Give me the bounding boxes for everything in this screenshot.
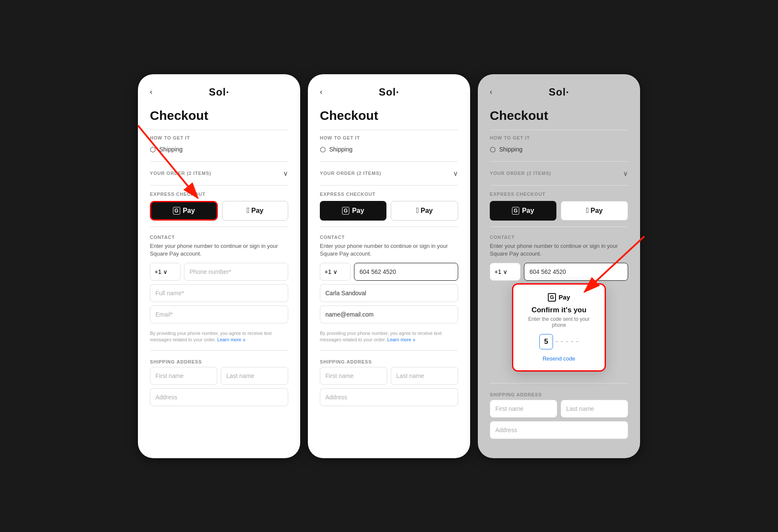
back-button-1[interactable]: ‹ xyxy=(150,87,152,96)
order-chevron-3: ∨ xyxy=(623,169,628,177)
contact-label-2: CONTACT xyxy=(320,235,458,240)
screen3: ‹ Sol· Checkout HOW TO GET IT ⬡ Shipping… xyxy=(478,74,640,458)
firstname-input-2[interactable] xyxy=(320,367,387,385)
shipping-address-section-2: SHIPPING ADDRESS xyxy=(320,359,458,406)
gpay-label-1: Pay xyxy=(183,207,195,215)
phone-input-1[interactable] xyxy=(184,263,288,281)
express-label-1: EXPRESS CHECKOUT xyxy=(150,192,288,197)
contact-desc-2: Enter your phone number to continue or s… xyxy=(320,242,458,258)
applepay-label-3: Pay xyxy=(591,207,603,215)
order-row-3[interactable]: YOUR ORDER (2 ITEMS) ∨ xyxy=(490,167,628,180)
order-label-1: YOUR ORDER (2 ITEMS) xyxy=(150,171,211,176)
divider-2c xyxy=(320,185,458,186)
otp-title: Confirm it's you xyxy=(524,306,594,314)
order-label-3: YOUR ORDER (2 ITEMS) xyxy=(490,171,551,176)
email-input-1[interactable] xyxy=(150,305,288,323)
otp-brand-icon: G xyxy=(548,293,556,302)
otp-brand-label: Pay xyxy=(559,294,570,301)
shipping-address-label-3: SHIPPING ADDRESS xyxy=(490,392,628,397)
gpay-icon-3: G xyxy=(512,207,519,215)
otp-popup: G Pay Confirm it's you Enter the code se… xyxy=(512,283,606,372)
express-label-3: EXPRESS CHECKOUT xyxy=(490,192,628,197)
shipping-address-label-2: SHIPPING ADDRESS xyxy=(320,359,458,364)
apple-icon-3:  xyxy=(586,206,589,215)
fullname-input-1[interactable] xyxy=(150,284,288,302)
back-button-3[interactable]: ‹ xyxy=(490,87,492,96)
phone-input-2[interactable] xyxy=(354,263,458,281)
shipping-icon-3: ⬡ xyxy=(490,145,496,154)
lastname-input-3[interactable] xyxy=(561,400,628,418)
lastname-input-2[interactable] xyxy=(391,367,458,385)
applepay-button-2[interactable]:  Pay xyxy=(391,201,458,221)
country-chevron-3: ∨ xyxy=(503,268,507,275)
otp-subtitle: Enter the code sent to your phone xyxy=(524,316,594,328)
address-input-3[interactable] xyxy=(490,421,628,439)
nav-bar-3: ‹ Sol· xyxy=(490,86,628,98)
otp-dash-5: - xyxy=(576,334,579,349)
brand-logo-2: Sol· xyxy=(379,86,399,98)
resend-code-button[interactable]: Resend code xyxy=(524,355,594,362)
address-input-2[interactable] xyxy=(320,388,458,406)
learn-more-link-1[interactable]: Learn more xyxy=(217,337,241,342)
applepay-label-2: Pay xyxy=(421,207,433,215)
contact-desc-3: Enter your phone number to continue or s… xyxy=(490,242,628,258)
country-select-1[interactable]: +1 ∨ xyxy=(150,263,181,281)
express-label-2: EXPRESS CHECKOUT xyxy=(320,192,458,197)
shipping-address-section-1: SHIPPING ADDRESS xyxy=(150,359,288,406)
page-title-1: Checkout xyxy=(150,108,288,123)
contact-section-2: CONTACT Enter your phone number to conti… xyxy=(320,235,458,343)
screen1-wrapper: ‹ Sol· Checkout HOW TO GET IT ⬡ Shipping… xyxy=(138,74,300,458)
country-code-2: +1 xyxy=(325,268,331,275)
express-buttons-3: G Pay  Pay xyxy=(490,201,628,221)
divider-2b xyxy=(320,161,458,162)
lastname-input-1[interactable] xyxy=(221,367,288,385)
divider-2e xyxy=(320,350,458,351)
order-row-2[interactable]: YOUR ORDER (2 ITEMS) ∨ xyxy=(320,167,458,180)
gpay-label-2: Pay xyxy=(352,207,364,215)
country-select-3[interactable]: +1 ∨ xyxy=(490,263,521,281)
how-to-get-it-label-2: HOW TO GET IT xyxy=(320,135,458,140)
divider-3b xyxy=(490,161,628,162)
applepay-button-3[interactable]:  Pay xyxy=(561,201,628,221)
otp-dash-3: - xyxy=(566,334,568,349)
learn-more-link-2[interactable]: Learn more xyxy=(387,337,411,342)
nav-bar-1: ‹ Sol· xyxy=(150,86,288,98)
disclaimer-2: By providing your phone number, you agre… xyxy=(320,330,458,343)
address-input-1[interactable] xyxy=(150,388,288,406)
firstname-input-1[interactable] xyxy=(150,367,217,385)
apple-icon-2:  xyxy=(416,206,419,215)
gpay-button-2[interactable]: G Pay xyxy=(320,201,386,221)
divider-1a xyxy=(150,130,288,130)
gpay-icon-1: G xyxy=(173,207,180,215)
gpay-button-1[interactable]: G Pay xyxy=(150,201,218,221)
nav-bar-2: ‹ Sol· xyxy=(320,86,458,98)
divider-1c xyxy=(150,185,288,186)
email-input-2[interactable] xyxy=(320,305,458,323)
name-row-3 xyxy=(490,400,628,418)
gpay-button-3[interactable]: G Pay xyxy=(490,201,556,221)
express-buttons-2: G Pay  Pay xyxy=(320,201,458,221)
phone-input-3[interactable] xyxy=(524,263,628,281)
country-code-1: +1 xyxy=(155,268,161,275)
shipping-row-2: ⬡ Shipping xyxy=(320,143,458,156)
shipping-method-2: Shipping xyxy=(329,146,353,153)
applepay-label-1: Pay xyxy=(252,207,263,215)
applepay-button-1[interactable]:  Pay xyxy=(222,201,288,221)
phone-row-2: +1 ∨ xyxy=(320,263,458,281)
shipping-address-section-3: SHIPPING ADDRESS xyxy=(490,392,628,439)
otp-digit-1[interactable]: 5 xyxy=(539,334,553,349)
country-select-2[interactable]: +1 ∨ xyxy=(320,263,351,281)
back-button-2[interactable]: ‹ xyxy=(320,87,322,96)
contact-desc-1: Enter your phone number to continue or s… xyxy=(150,242,288,258)
disclaimer-1: By providing your phone number, you agre… xyxy=(150,330,288,343)
divider-1d xyxy=(150,227,288,227)
otp-dash-4: - xyxy=(571,334,573,349)
firstname-input-3[interactable] xyxy=(490,400,557,418)
name-row-1 xyxy=(150,367,288,385)
brand-logo-3: Sol· xyxy=(549,86,569,98)
express-section-1: EXPRESS CHECKOUT G Pay  Pay xyxy=(150,192,288,221)
divider-3e xyxy=(490,383,628,384)
order-row-1[interactable]: YOUR ORDER (2 ITEMS) ∨ xyxy=(150,167,288,180)
fullname-input-2[interactable] xyxy=(320,284,458,302)
otp-inputs: 5 - - - - - xyxy=(524,334,594,349)
